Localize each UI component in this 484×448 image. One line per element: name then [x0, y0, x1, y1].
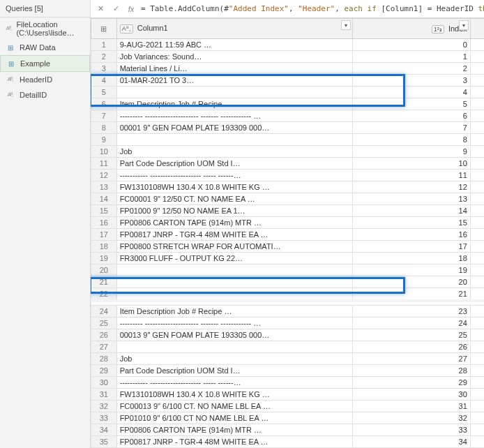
cell-column1[interactable]: --------- --------------------- ------- … [116, 317, 352, 329]
table-row[interactable]: 13 FW1310108WH 130.4 X 10.8 WHITE KG …12… [91, 181, 485, 193]
cell-header[interactable]: null [470, 317, 484, 329]
cell-header[interactable]: null [470, 122, 484, 134]
cell-index[interactable]: 14 [352, 205, 470, 217]
cell-header[interactable]: null [470, 87, 484, 98]
cell-index[interactable]: 12 [352, 181, 470, 193]
cell-index[interactable]: 18 [352, 253, 470, 264]
table-row[interactable]: 31 FW1310108WH 130.4 X 10.8 WHITE KG …30… [91, 388, 485, 400]
cell-index[interactable]: 9 [352, 146, 470, 158]
cell-column1[interactable]: FP00817 JNRP - TGR-4 48M WHITE EA … [116, 435, 352, 447]
cell-header[interactable]: null [470, 39, 484, 51]
cell-index[interactable]: 2 [352, 63, 470, 75]
table-row[interactable]: 7--------- --------------------- -------… [91, 110, 485, 122]
cell-index[interactable]: 6 [352, 110, 470, 122]
row-number[interactable]: 16 [91, 217, 117, 229]
cell-column1[interactable]: FC00013 9" 6/100 CT. NO NAME LBL EA … [116, 400, 352, 412]
cell-column1[interactable]: 00013 9" GEN FOAM PLATE 193305 000… [116, 329, 352, 341]
cell-index[interactable]: 31 [352, 400, 470, 412]
table-row[interactable]: 2Job Variances: Sound…1null [91, 51, 485, 63]
cell-header[interactable]: null [470, 288, 484, 301]
table-row[interactable]: 3Material Lines / Li…2null [91, 63, 485, 75]
row-number[interactable]: 19 [91, 253, 117, 264]
table-row[interactable]: 15 FP01000 9" 12/50 NO NAME EA 1…14null [91, 205, 485, 217]
cell-header[interactable]: null [470, 193, 484, 205]
cell-index[interactable]: 25 [352, 329, 470, 341]
table-row[interactable]: 17 FP00817 JNRP - TGR-4 48M WHITE EA …16… [91, 229, 485, 241]
cell-column1[interactable]: FP00806 CARTON TAPE (914m) MTR … [116, 217, 352, 229]
cell-column1[interactable]: Item Description Job # Recipe … [116, 98, 352, 110]
row-number[interactable]: 2 [91, 51, 117, 63]
cell-header[interactable]: null [470, 388, 484, 400]
cell-column1[interactable] [116, 288, 352, 301]
cell-index[interactable]: 29 [352, 376, 470, 388]
cell-column1[interactable]: Part Code Description UOM Std I… [116, 158, 352, 170]
table-row[interactable]: 30 ----------- -------------------- ----… [91, 376, 485, 388]
row-number[interactable]: 28 [91, 352, 117, 364]
cell-column1[interactable]: FR3000 FLUFF - OUTPUT KG 22… [116, 253, 352, 264]
cell-index[interactable]: 33 [352, 424, 470, 435]
query-item[interactable]: RAW Data [0, 40, 90, 55]
cell-index[interactable]: 32 [352, 412, 470, 424]
cell-column1[interactable]: Job [116, 352, 352, 364]
row-number[interactable]: 33 [91, 412, 117, 424]
row-number[interactable]: 5 [91, 87, 117, 98]
table-row[interactable]: 19-AUG-2021 11:59 ABC …0null [91, 39, 485, 51]
cell-column1[interactable]: FW1310108WH 130.4 X 10.8 WHITE KG … [116, 388, 352, 400]
cell-header[interactable]: null [470, 146, 484, 158]
row-number[interactable]: 14 [91, 193, 117, 205]
row-number[interactable]: 9 [91, 134, 117, 146]
row-number[interactable]: 24 [91, 305, 117, 317]
cell-header[interactable]: null [470, 352, 484, 364]
cell-index[interactable]: 5 [352, 98, 470, 110]
table-row[interactable]: 98null [91, 134, 485, 146]
row-number[interactable]: 7 [91, 110, 117, 122]
row-number[interactable]: 13 [91, 181, 117, 193]
cell-header[interactable]: null [470, 158, 484, 170]
row-number[interactable]: 10 [91, 146, 117, 158]
cell-index[interactable]: 23 [352, 305, 470, 317]
row-number[interactable]: 32 [91, 400, 117, 412]
row-number[interactable]: 17 [91, 229, 117, 241]
cell-column1[interactable]: FW1310108WH 130.4 X 10.8 WHITE KG … [116, 181, 352, 193]
cell-index[interactable]: 34 [352, 435, 470, 447]
table-row[interactable]: 2221null [91, 288, 485, 301]
cell-column1[interactable]: 00001 9" GEN FOAM PLATE 193309 000… [116, 122, 352, 134]
cell-index[interactable]: 15 [352, 217, 470, 229]
cell-index[interactable]: 19 [352, 264, 470, 276]
query-item[interactable]: HeaderID [0, 72, 90, 87]
query-item[interactable]: Example [0, 55, 90, 72]
cell-header[interactable]: null [470, 435, 484, 447]
cell-index[interactable]: 11 [352, 170, 470, 181]
row-number[interactable]: 18 [91, 241, 117, 253]
cell-header[interactable]: null [470, 276, 484, 288]
cell-column1[interactable]: FP00817 JNRP - TGR-4 48M WHITE EA … [116, 229, 352, 241]
table-row[interactable]: 35 FP00817 JNRP - TGR-4 48M WHITE EA …34… [91, 435, 485, 447]
cell-header[interactable]: null [470, 217, 484, 229]
row-number[interactable]: 27 [91, 341, 117, 352]
row-number[interactable]: 20 [91, 264, 117, 276]
cell-index[interactable]: 0 [352, 39, 470, 51]
row-number[interactable]: 21 [91, 276, 117, 288]
cell-header[interactable]: null [470, 412, 484, 424]
table-row[interactable]: 16 FP00806 CARTON TAPE (914m) MTR …15nul… [91, 217, 485, 229]
row-number[interactable]: 35 [91, 435, 117, 447]
cell-column1[interactable]: Job Variances: Sound… [116, 51, 352, 63]
cell-index[interactable]: 28 [352, 364, 470, 376]
cell-header[interactable]: 23 [470, 305, 484, 317]
cell-index[interactable]: 3 [352, 75, 470, 87]
table-row[interactable]: 14 FC00001 9" 12/50 CT. NO NAME EA …13nu… [91, 193, 485, 205]
row-number[interactable]: 25 [91, 317, 117, 329]
cell-index[interactable]: 27 [352, 352, 470, 364]
cell-column1[interactable]: ----------- -------------------- ----- -… [116, 170, 352, 181]
table-row[interactable]: 33 FP01010 9" 6/100 CT NO NAME LBL EA …3… [91, 412, 485, 424]
fx-icon[interactable]: fx [126, 3, 137, 15]
column-header-index[interactable]: 1²₃ Index ▾ [352, 19, 470, 39]
row-number[interactable]: 8 [91, 122, 117, 134]
cell-column1[interactable]: Job [116, 146, 352, 158]
table-row[interactable]: 2120null [91, 276, 485, 288]
filter-dropdown-icon[interactable]: ▾ [341, 20, 351, 30]
cell-index[interactable]: 7 [352, 122, 470, 134]
cell-header[interactable]: null [470, 364, 484, 376]
cell-column1[interactable]: Material Lines / Li… [116, 63, 352, 75]
cell-column1[interactable]: FP00806 CARTON TAPE (914m) MTR … [116, 424, 352, 435]
